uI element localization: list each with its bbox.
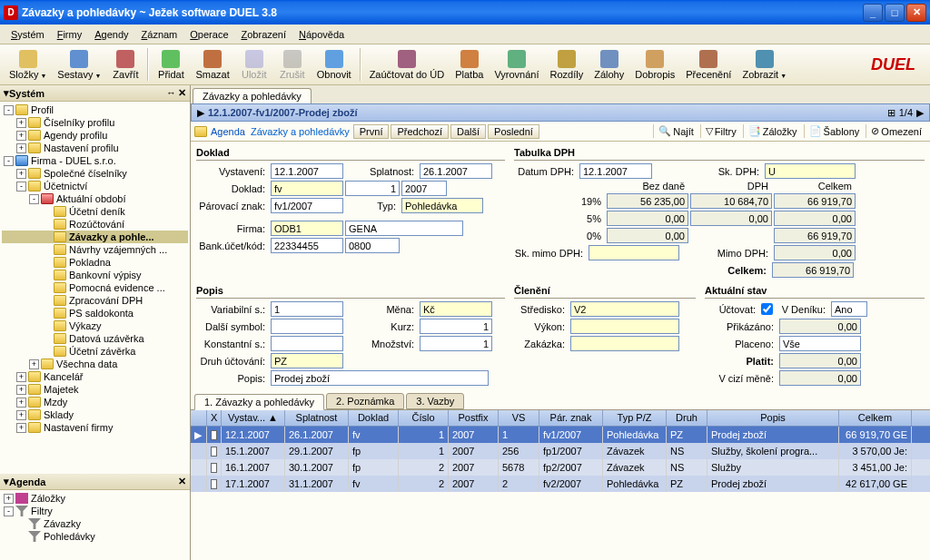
firma2-input[interactable] [345,221,463,236]
kurz-input[interactable] [420,319,492,334]
tree-item[interactable]: -Firma - DUEL s.r.o. [2,154,188,167]
nav-first[interactable]: První [353,124,390,139]
popis-input[interactable] [271,370,489,386]
bank-input[interactable] [271,238,343,253]
menu-nápověda[interactable]: Nápověda [293,27,350,42]
toolbar-složky[interactable]: Složky▼ [4,48,52,82]
toolbar-zálohy[interactable]: Zálohy [589,48,629,82]
menu-operace[interactable]: Operace [184,27,233,42]
tree-item[interactable]: Účetní deník [2,205,188,218]
uctovat-checkbox[interactable] [761,303,773,315]
toolbar-uložit[interactable]: Uložit [235,48,273,82]
ks-input[interactable] [271,336,343,351]
toolbar-přecenění[interactable]: Přecenění [680,48,737,82]
minimize-button[interactable]: _ [863,4,883,22]
ds-input[interactable] [271,319,343,334]
toolbar-zobrazit[interactable]: Zobrazit▼ [737,48,792,82]
find-tool[interactable]: 🔍Najít [653,124,698,138]
tree-item[interactable]: +Nastavení firmy [2,421,188,434]
toolbar-obnovit[interactable]: Obnovit [312,48,357,82]
tree-item[interactable]: -Účetnictví [2,180,188,192]
nav-last[interactable]: Poslední [488,124,539,139]
bookmarks-tool[interactable]: 📑Záložky [743,124,802,138]
tree-item[interactable]: Datová uzávěrka [2,332,188,345]
stredisko-input[interactable] [570,301,679,317]
grid-header[interactable]: Druh [667,410,707,426]
zakazka-input[interactable] [570,336,679,351]
druh-input[interactable] [271,353,343,368]
grid-header[interactable]: Vystav... ▲ [222,410,285,426]
parznak-input[interactable] [271,198,343,213]
typ-input[interactable] [401,198,483,213]
datum-dph-input[interactable] [579,163,652,179]
mena-input[interactable] [420,301,492,317]
toolbar-zavřít[interactable]: Zavřít [106,48,144,82]
firma-input[interactable] [271,221,343,236]
grid-header[interactable]: VS [499,410,539,426]
close-pane-icon[interactable]: ✕ [178,87,186,99]
tree-item[interactable]: PS saldokonta [2,307,188,319]
toolbar-vyrovnání[interactable]: Vyrovnání [489,48,544,82]
tree-item[interactable]: +Číselníky profilu [2,116,188,129]
tree-item[interactable]: Výkazy [2,319,188,332]
nav-next[interactable]: Další [450,124,486,139]
grid-header[interactable] [191,410,207,426]
bank2-input[interactable] [345,238,400,253]
menu-zobrazení[interactable]: Zobrazení [236,27,292,42]
menu-systém[interactable]: Systém [5,27,50,42]
toolbar-dobropis[interactable]: Dobropis [629,48,680,82]
templates-tool[interactable]: 📄Šablony [804,124,865,138]
grid-header[interactable]: Postfix [449,410,499,426]
vs-input[interactable] [271,301,343,317]
tree-item[interactable]: +Kancelář [2,370,188,383]
tree-item[interactable]: Bankovní výpisy [2,269,188,281]
tree-item[interactable]: Pohledávky [2,530,188,543]
tree-item[interactable]: +Majetek [2,383,188,396]
toolbar-rozdíly[interactable]: Rozdíly [545,48,589,82]
doklad-year-input[interactable] [401,181,447,196]
grid-header[interactable]: Pár. znak [539,410,603,426]
toolbar-zrušit[interactable]: Zrušit [273,48,312,82]
tree-item[interactable]: -Profil [2,103,188,116]
tree-item[interactable]: -Filtry [2,505,188,517]
mnoz-input[interactable] [420,336,492,351]
tree-item[interactable]: +Sklady [2,408,188,421]
maximize-button[interactable]: □ [885,4,905,22]
toolbar-smazat[interactable]: Smazat [190,48,234,82]
tree-item[interactable]: +Všechna data [2,358,188,370]
grid-header[interactable]: Splatnost [285,410,349,426]
sk-mimo-input[interactable] [589,245,679,260]
vystaveni-input[interactable] [271,163,343,179]
collapse-icon[interactable]: ↔ [166,87,176,99]
tree-item[interactable]: Závazky [2,517,188,530]
menu-firmy[interactable]: Firmy [52,27,88,42]
tree-item[interactable]: +Společné číselníky [2,167,188,180]
toolbar-přidat[interactable]: Přidat [152,48,190,82]
tree-item[interactable]: Zpracování DPH [2,294,188,307]
tree-item[interactable]: -Aktuální období [2,192,188,205]
toolbar-zaúčtovat-do-úd[interactable]: Zaúčtovat do ÚD [364,48,450,82]
bottom-tab-2[interactable]: 3. Vazby [406,393,464,409]
grid-header[interactable]: Typ P/Z [603,410,667,426]
toolbar-sestavy[interactable]: Sestavy▼ [52,48,106,82]
system-tree[interactable]: -Profil+Číselníky profilu+Agendy profilu… [0,102,190,474]
table-row[interactable]: ▶12.1.200726.1.2007fv120071fv1/2007Pohle… [191,427,930,443]
pager-next-icon[interactable]: ▶ [916,107,924,119]
table-row[interactable]: 17.1.200731.1.2007fv220072fv2/2007Pohled… [191,476,930,492]
menu-agendy[interactable]: Agendy [89,27,134,42]
data-grid[interactable]: XVystav... ▲SplatnostDokladČísloPostfixV… [191,409,930,492]
tree-item[interactable]: Pokladna [2,256,188,269]
tree-item[interactable]: Závazky a pohle... [2,231,188,243]
tree-item[interactable]: +Agendy profilu [2,129,188,142]
toolbar-platba[interactable]: Platba [450,48,489,82]
restrict-tool[interactable]: ⊘Omezení [866,124,926,138]
tree-item[interactable]: +Záložky [2,492,188,505]
bottom-tab-0[interactable]: 1. Závazky a pohledávky [194,394,324,410]
pager-icon[interactable]: ⊞ [887,107,895,119]
bottom-tab-1[interactable]: 2. Poznámka [326,393,404,409]
tree-item[interactable]: Pomocná evidence ... [2,281,188,294]
breadcrumb-link[interactable]: Závazky a pohledávky [249,125,351,138]
doklad-num-input[interactable] [345,181,400,196]
tree-item[interactable]: +Nastavení profilu [2,142,188,154]
agenda-tree[interactable]: +Záložky-FiltryZávazkyPohledávky [0,490,190,560]
